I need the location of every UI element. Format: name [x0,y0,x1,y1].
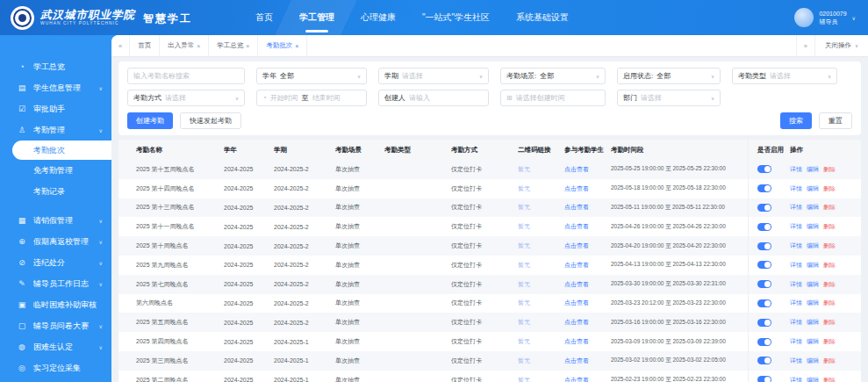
delete-link[interactable]: 删除 [823,165,836,174]
students-link[interactable]: 点击查看 [564,179,611,198]
delete-link[interactable]: 删除 [823,184,836,193]
delete-link[interactable]: 删除 [823,299,836,307]
edit-link[interactable]: 编辑 [807,261,819,270]
enable-toggle[interactable] [757,223,771,231]
detail-link[interactable]: 详情 [790,280,802,289]
students-link[interactable]: 点击查看 [564,256,611,275]
qr-link[interactable]: 暂无 [518,294,564,314]
delete-link[interactable]: 删除 [823,318,836,327]
sidebar-subitem[interactable]: 免考勤管理 [0,160,111,181]
students-link[interactable]: 点击查看 [564,236,611,256]
close-operations-menu[interactable]: 关闭操作 ∨ [815,35,868,56]
enable-toggle[interactable] [757,280,771,288]
detail-link[interactable]: 详情 [790,203,802,212]
scene-select[interactable]: 考勤场景:全部∨ [500,68,606,84]
nav-item-1[interactable]: 首页 [255,0,273,35]
delete-link[interactable]: 删除 [823,357,836,365]
tabs-back-button[interactable]: « [111,35,130,56]
edit-link[interactable]: 编辑 [807,165,819,174]
delete-link[interactable]: 删除 [823,280,836,289]
creator-input[interactable]: 创建人请输入 [378,90,489,106]
nav-item-2[interactable]: 学工管理 [299,0,334,35]
tab[interactable]: 出入异常× [160,35,209,56]
detail-link[interactable]: 详情 [790,165,802,174]
edit-link[interactable]: 编辑 [807,376,819,382]
qr-link[interactable]: 暂无 [518,256,564,275]
qr-link[interactable]: 暂无 [518,371,564,382]
enable-status-select[interactable]: 启用状态:全部∨ [617,68,721,84]
delete-link[interactable]: 删除 [823,376,836,382]
qr-link[interactable]: 暂无 [518,332,564,351]
enable-toggle[interactable] [757,299,771,307]
close-icon[interactable]: × [197,43,200,49]
students-link[interactable]: 点击查看 [564,275,611,294]
edit-link[interactable]: 编辑 [807,241,819,250]
nav-item-3[interactable]: 心理健康 [361,0,396,35]
search-button[interactable]: 搜索 [780,112,812,129]
sidebar-item[interactable]: ◍困难生认定∨ [0,336,111,357]
school-year-select[interactable]: 学年全部∨ [256,68,367,84]
department-select[interactable]: 部门请选择∨ [617,90,721,106]
close-icon[interactable]: × [246,43,249,49]
sidebar-item[interactable]: ✎辅导员工作日志∨ [0,273,111,294]
tabs-forward-button[interactable]: » [796,35,815,56]
detail-link[interactable]: 详情 [790,184,802,193]
enable-toggle[interactable] [757,261,771,269]
delete-link[interactable]: 删除 [823,261,836,270]
students-link[interactable]: 点击查看 [564,313,611,332]
sidebar-item[interactable]: ▤学生信息管理∨ [0,77,111,98]
qr-link[interactable]: 暂无 [518,217,564,236]
qr-link[interactable]: 暂无 [518,236,564,256]
attendance-method-select[interactable]: 考勤方式请选择∨ [127,90,245,106]
sidebar-subitem[interactable]: 考勤批次 [12,141,111,160]
edit-link[interactable]: 编辑 [807,184,819,193]
sidebar-item[interactable]: ◎实习定位采集 [0,357,111,378]
reset-button[interactable]: 重置 [819,112,852,129]
detail-link[interactable]: 详情 [790,318,802,327]
detail-link[interactable]: 详情 [790,299,802,307]
sidebar-item[interactable]: ▦请销假管理∨ [0,210,111,231]
quick-create-attendance-button[interactable]: 快速发起考勤 [180,112,241,129]
attendance-name-search-input[interactable]: 输入考勤名称搜索 [127,68,245,84]
qr-link[interactable]: 暂无 [518,313,564,332]
enable-toggle[interactable] [757,319,771,327]
sidebar-item[interactable]: ⊕假期离返校管理∨ [0,231,111,252]
detail-link[interactable]: 详情 [790,376,802,382]
detail-link[interactable]: 详情 [790,222,802,231]
students-link[interactable]: 点击查看 [564,351,611,371]
detail-link[interactable]: 详情 [790,337,802,346]
enable-toggle[interactable] [757,165,771,173]
sidebar-item[interactable]: ♙考勤管理∨ [0,119,111,141]
qr-link[interactable]: 暂无 [518,160,564,179]
detail-link[interactable]: 详情 [790,241,802,250]
sidebar-item[interactable]: ▢辅导员问卷大赛∨ [0,315,111,336]
detail-link[interactable]: 详情 [790,261,802,270]
enable-toggle[interactable] [757,204,771,212]
edit-link[interactable]: 编辑 [807,299,819,307]
detail-link[interactable]: 详情 [790,357,802,365]
nav-item-4[interactable]: "一站式"学生社区 [422,0,490,35]
create-time-picker[interactable]: ⊞请选择创建时间 [500,90,606,106]
students-link[interactable]: 点击查看 [564,371,611,382]
edit-link[interactable]: 编辑 [807,280,819,289]
edit-link[interactable]: 编辑 [807,222,819,231]
students-link[interactable]: 点击查看 [564,198,611,218]
enable-toggle[interactable] [757,338,771,346]
qr-link[interactable]: 暂无 [518,198,564,218]
qr-link[interactable]: 暂无 [518,351,564,371]
nav-item-5[interactable]: 系统基础设置 [516,0,569,35]
edit-link[interactable]: 编辑 [807,203,819,212]
tab[interactable]: 考勤批次× [258,35,307,56]
tab[interactable]: 首页 [130,35,160,56]
students-link[interactable]: 点击查看 [564,160,611,179]
term-select[interactable]: 学期请选择∨ [378,68,489,84]
sidebar-subitem[interactable]: 考勤记录 [0,181,111,202]
delete-link[interactable]: 删除 [823,337,836,346]
students-link[interactable]: 点击查看 [564,332,611,351]
attendance-type-select[interactable]: 考勤类型请选择∨ [732,68,837,84]
students-link[interactable]: 点击查看 [564,294,611,314]
sidebar-item[interactable]: ▣临时困难补助审核 [0,294,111,315]
user-menu[interactable]: 02010079 辅导员 ∨ [794,8,856,27]
enable-toggle[interactable] [757,376,771,382]
enable-toggle[interactable] [757,357,771,364]
